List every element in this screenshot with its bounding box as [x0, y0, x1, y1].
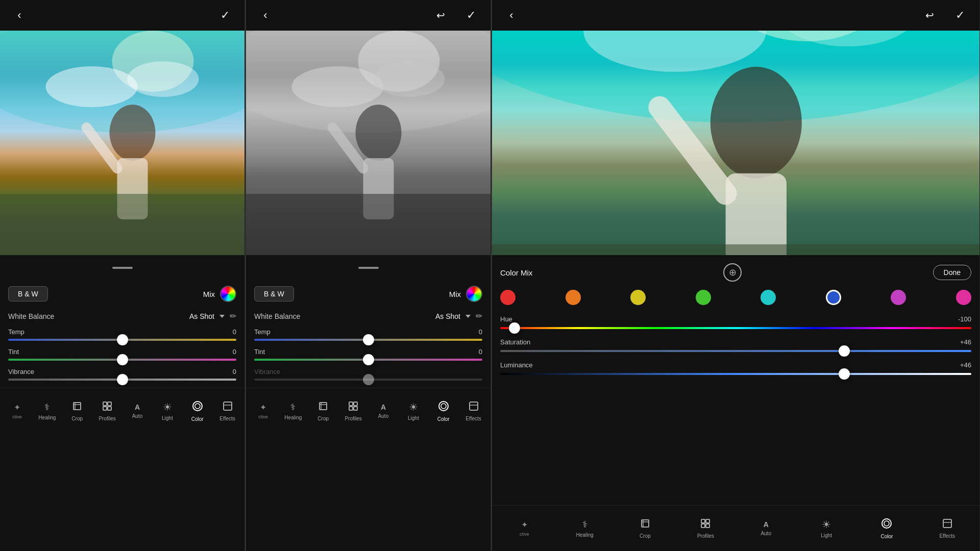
vibrance-track-1[interactable]	[8, 379, 236, 381]
top-bar-1: ‹ ✓	[0, 0, 244, 31]
temp-label-1: Temp	[8, 328, 24, 336]
back-button-1[interactable]: ‹	[10, 9, 29, 22]
nav-crop-1[interactable]: Crop	[64, 401, 90, 421]
color-mix-header: Color Mix ⊕ Done	[500, 263, 971, 282]
temp-thumb-2[interactable]	[363, 334, 374, 345]
healing-icon-2: ⚕	[290, 402, 296, 413]
check-button-2[interactable]: ✓	[462, 9, 480, 22]
sat-value: +46	[960, 338, 971, 346]
color-red[interactable]	[500, 290, 516, 305]
nav-light-1[interactable]: ☀ Light	[154, 401, 181, 421]
auto-label-2: Auto	[378, 413, 389, 419]
svg-rect-12	[103, 402, 107, 406]
back-button-2[interactable]: ‹	[256, 9, 275, 22]
temp-slider-row-1: Temp 0	[8, 328, 236, 341]
nav-profiles-2[interactable]: Profiles	[340, 401, 366, 421]
color-cyan[interactable]	[761, 290, 776, 305]
hue-track[interactable]	[500, 327, 971, 329]
effects-icon-1	[223, 401, 233, 414]
lum-thumb[interactable]	[839, 368, 850, 380]
done-button[interactable]: Done	[933, 265, 971, 280]
vibrance-slider-row-2: Vibrance	[254, 368, 482, 381]
vibrance-label-2: Vibrance	[254, 368, 280, 375]
top-bar-3: ‹ ↩ ✓	[492, 0, 979, 31]
top-bar-right-2: ↩ ✓	[431, 9, 480, 22]
auto-icon-3: A	[764, 520, 769, 529]
color-purple[interactable]	[891, 290, 906, 305]
sat-track[interactable]	[500, 350, 971, 352]
tint-track-2[interactable]	[254, 359, 482, 361]
tint-thumb-1[interactable]	[117, 354, 128, 365]
nav-auto-2[interactable]: A Auto	[370, 403, 397, 419]
nav-effects-1[interactable]: Effects	[214, 401, 241, 421]
auto-icon-1: A	[135, 403, 140, 411]
svg-rect-53	[706, 519, 709, 523]
healing-icon-3: ⚕	[582, 519, 587, 530]
svg-rect-8	[0, 194, 244, 255]
profiles-icon-3	[700, 518, 710, 531]
svg-point-37	[441, 404, 446, 409]
nav-profiles-3[interactable]: Profiles	[692, 518, 719, 539]
effects-icon-3	[942, 518, 952, 531]
color-blue[interactable]	[826, 290, 841, 305]
tint-thumb-2[interactable]	[363, 354, 374, 365]
effects-label-3: Effects	[940, 533, 955, 539]
check-button-1[interactable]: ✓	[216, 9, 234, 22]
wb-chevron-2	[465, 315, 471, 318]
undo-button-3[interactable]: ↩	[920, 9, 939, 21]
nav-auto-1[interactable]: A Auto	[124, 403, 151, 419]
color-magenta[interactable]	[956, 290, 971, 305]
temp-track-2[interactable]	[254, 339, 482, 341]
nav-color-1[interactable]: Color	[184, 400, 211, 422]
color-orange[interactable]	[566, 290, 581, 305]
color-wheel-1[interactable]	[220, 286, 236, 302]
nav-effects-3[interactable]: Effects	[934, 518, 961, 539]
check-button-3[interactable]: ✓	[951, 9, 969, 22]
wb-dropper-2[interactable]: ✏	[476, 311, 482, 321]
nav-crop-2[interactable]: Crop	[310, 401, 336, 421]
nav-light-2[interactable]: ☀ Light	[400, 401, 427, 421]
color-wheel-2[interactable]	[466, 286, 482, 302]
nav-healing-1[interactable]: ⚕ Healing	[34, 402, 60, 420]
nav-selective-1[interactable]: ✦ ctive	[4, 403, 30, 419]
wb-value-1[interactable]: As Shot	[189, 312, 225, 320]
photo-color-sim	[0, 31, 244, 255]
tint-track-1[interactable]	[8, 359, 236, 361]
bw-button-2[interactable]: B & W	[254, 286, 294, 302]
color-icon-2	[438, 400, 449, 414]
controls-1: B & W Mix White Balance As Shot ✏ Temp 0	[0, 281, 244, 388]
vibrance-thumb-1[interactable]	[117, 374, 128, 385]
wb-value-2[interactable]: As Shot	[435, 312, 471, 320]
color-yellow[interactable]	[630, 290, 646, 305]
nav-light-3[interactable]: ☀ Light	[813, 518, 840, 538]
controls-2: B & W Mix White Balance As Shot ✏ Temp 0	[246, 281, 491, 388]
nav-effects-2[interactable]: Effects	[460, 401, 487, 421]
panel-3: ‹ ↩ ✓ Color Mix ⊕ Don	[492, 0, 980, 551]
temp-track-1[interactable]	[8, 339, 236, 341]
undo-button-2[interactable]: ↩	[431, 9, 450, 21]
nav-healing-2[interactable]: ⚕ Healing	[280, 402, 306, 420]
sat-thumb[interactable]	[839, 345, 850, 357]
bw-button-1[interactable]: B & W	[8, 286, 48, 302]
svg-rect-35	[354, 407, 357, 410]
nav-color-2[interactable]: Color	[430, 400, 457, 422]
nav-crop-3[interactable]: Crop	[632, 518, 658, 539]
photo-teal-sim	[492, 31, 979, 255]
svg-point-3	[46, 66, 138, 107]
lum-value: +46	[960, 361, 971, 369]
nav-color-3[interactable]: Color	[873, 518, 900, 539]
nav-profiles-1[interactable]: Profiles	[94, 401, 120, 421]
nav-selective-2[interactable]: ✦ ctive	[250, 403, 276, 419]
temp-thumb-1[interactable]	[117, 334, 128, 345]
color-green[interactable]	[696, 290, 711, 305]
lum-track[interactable]	[500, 373, 971, 375]
nav-selective-3[interactable]: ✦ ctive	[511, 520, 537, 537]
selective-label-1: ctive	[12, 414, 22, 419]
wb-dropper-1[interactable]: ✏	[230, 311, 236, 321]
nav-auto-3[interactable]: A Auto	[753, 520, 779, 536]
color-mix-add-button[interactable]: ⊕	[723, 263, 742, 282]
nav-healing-3[interactable]: ⚕ Healing	[572, 519, 598, 538]
back-button-3[interactable]: ‹	[502, 9, 521, 22]
hue-thumb[interactable]	[509, 322, 520, 334]
svg-rect-55	[706, 524, 709, 528]
